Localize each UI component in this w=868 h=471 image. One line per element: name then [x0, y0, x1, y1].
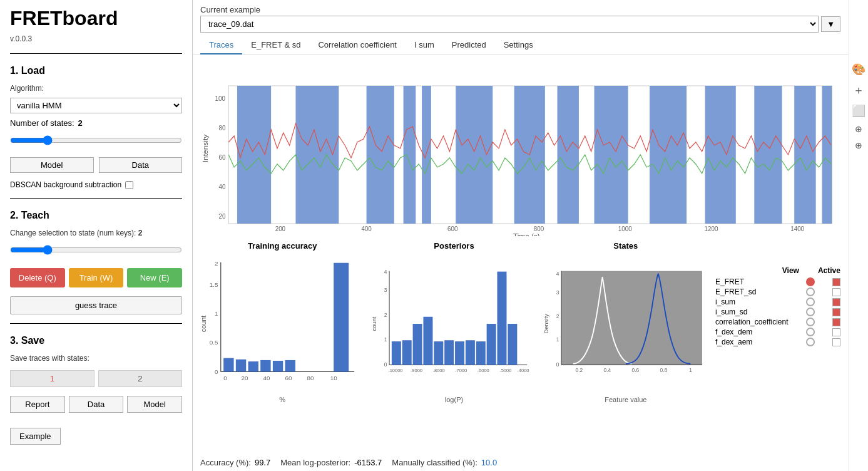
- section3-title: 3. Save: [10, 335, 182, 346]
- svg-text:2: 2: [215, 260, 218, 267]
- svg-rect-78: [561, 271, 702, 365]
- svg-rect-67: [487, 324, 496, 365]
- data-button[interactable]: Data: [99, 157, 183, 173]
- train-button[interactable]: Train (W): [69, 268, 124, 287]
- svg-rect-59: [402, 340, 412, 365]
- svg-text:-9000: -9000: [411, 368, 422, 373]
- state1-button[interactable]: 1: [10, 370, 94, 387]
- svg-rect-63: [445, 340, 454, 365]
- new-button[interactable]: New (E): [127, 268, 182, 287]
- tab-traces[interactable]: Traces: [200, 36, 242, 54]
- mean-log-label: Mean log-posterior:: [280, 458, 350, 467]
- svg-text:400: 400: [361, 225, 372, 232]
- svg-rect-38: [236, 360, 246, 372]
- training-accuracy-xlabel: %: [279, 396, 285, 403]
- svg-rect-37: [223, 358, 233, 372]
- section1-title: 1. Load: [10, 65, 182, 76]
- file-select[interactable]: trace_09.dat: [200, 16, 819, 33]
- training-accuracy-svg: count 0 0.5 1 1.5 2: [200, 252, 364, 396]
- svg-text:60: 60: [285, 375, 292, 381]
- legend-corr-active-check[interactable]: [832, 318, 840, 326]
- legend-fdex-aem-view-radio[interactable]: [806, 338, 815, 346]
- svg-text:20: 20: [219, 213, 226, 220]
- file-select-arrow[interactable]: ▼: [821, 16, 840, 32]
- legend-row-efret-sd: E_FRET_sd: [715, 287, 840, 296]
- svg-rect-64: [455, 341, 464, 365]
- svg-text:0: 0: [215, 368, 218, 375]
- save-label: Save traces with states:: [10, 354, 182, 363]
- states-title: States: [613, 241, 638, 251]
- tab-settings[interactable]: Settings: [495, 36, 542, 54]
- svg-text:-4000: -4000: [518, 368, 529, 373]
- num-states-value: 2: [78, 118, 83, 128]
- legend-isum-active-check[interactable]: [832, 298, 840, 306]
- posteriors-title: Posteriors: [434, 241, 474, 251]
- color-wheel-icon[interactable]: 🎨: [852, 63, 865, 76]
- legend-row-fdex-aem: f_dex_aem: [715, 338, 840, 346]
- training-accuracy-chart: Training accuracy count 0 0.5 1 1.5 2: [200, 241, 364, 453]
- settings-icon[interactable]: ⊕: [855, 140, 862, 150]
- svg-rect-61: [424, 317, 433, 365]
- model-button[interactable]: Model: [10, 157, 94, 173]
- selection-icon[interactable]: ⬜: [852, 104, 865, 118]
- svg-rect-40: [260, 360, 270, 372]
- tab-predicted[interactable]: Predicted: [443, 36, 495, 54]
- app-version: v.0.0.3: [10, 34, 182, 43]
- svg-text:0: 0: [556, 361, 559, 368]
- posteriors-xlabel: log(P): [445, 396, 463, 403]
- data-save-button[interactable]: Data: [69, 396, 124, 413]
- pan-icon[interactable]: ⊕: [855, 124, 862, 134]
- dbscan-checkbox[interactable]: [125, 181, 133, 189]
- legend-efret-active-check[interactable]: [832, 278, 840, 286]
- example-button[interactable]: Example: [10, 428, 61, 445]
- training-accuracy-title: Training accuracy: [248, 241, 317, 251]
- zoom-in-icon[interactable]: ＋: [853, 83, 864, 98]
- teach-value: 2: [138, 229, 143, 237]
- svg-text:2: 2: [384, 312, 387, 318]
- legend-fdex-dem-active-check[interactable]: [832, 328, 840, 336]
- svg-text:40: 40: [263, 375, 270, 381]
- num-states-slider[interactable]: [10, 135, 182, 145]
- legend-corr-view-radio[interactable]: [806, 318, 815, 326]
- svg-text:0: 0: [223, 375, 227, 381]
- svg-rect-17: [705, 86, 736, 224]
- accuracy-value: 99.7: [255, 458, 270, 467]
- svg-rect-9: [367, 86, 394, 224]
- legend-isum-sd-view-radio[interactable]: [806, 308, 815, 316]
- manually-value: 10.0: [481, 458, 497, 467]
- legend-isum-name: i_sum: [715, 298, 804, 306]
- svg-text:1: 1: [215, 310, 218, 317]
- tab-isum[interactable]: I sum: [406, 36, 443, 54]
- trace-chart-svg: Intensity 20 40 60 80 100: [200, 54, 840, 236]
- svg-text:800: 800: [534, 225, 544, 232]
- tab-correlation[interactable]: Correlation coefficient: [309, 36, 406, 54]
- tab-bar: Traces E_FRET & sd Correlation coefficie…: [193, 36, 848, 54]
- tab-efret-sd[interactable]: E_FRET & sd: [242, 36, 309, 54]
- svg-text:80: 80: [307, 375, 314, 381]
- model-save-button[interactable]: Model: [127, 396, 182, 413]
- states-xlabel: Feature value: [605, 396, 646, 403]
- state2-button[interactable]: 2: [98, 370, 183, 387]
- algorithm-select[interactable]: vanilla HMMHMMGaussian HMM: [10, 98, 182, 113]
- num-states-label: Number of states:: [10, 118, 74, 128]
- svg-text:1.5: 1.5: [210, 281, 218, 288]
- delete-button[interactable]: Delete (Q): [10, 268, 65, 287]
- legend-efret-sd-view-radio[interactable]: [806, 287, 815, 296]
- svg-text:-5000: -5000: [500, 368, 512, 373]
- legend-efret-view-radio[interactable]: [806, 277, 815, 286]
- legend-isum-sd-active-check[interactable]: [832, 308, 840, 316]
- legend-isum-view-radio[interactable]: [806, 298, 815, 306]
- svg-text:4: 4: [556, 271, 559, 277]
- svg-rect-60: [413, 324, 422, 365]
- report-button[interactable]: Report: [10, 396, 65, 413]
- svg-text:1000: 1000: [618, 225, 632, 232]
- guess-trace-button[interactable]: guess trace: [10, 296, 182, 314]
- accuracy-label: Accuracy (%):: [200, 458, 251, 467]
- legend-fdex-dem-view-radio[interactable]: [806, 328, 815, 336]
- legend-efret-sd-name: E_FRET_sd: [715, 287, 804, 296]
- svg-text:1: 1: [384, 336, 387, 343]
- current-example-label: Current example: [193, 0, 848, 16]
- teach-slider[interactable]: [10, 245, 182, 255]
- legend-fdex-aem-active-check[interactable]: [832, 338, 840, 346]
- legend-efret-sd-active-check[interactable]: [832, 288, 840, 296]
